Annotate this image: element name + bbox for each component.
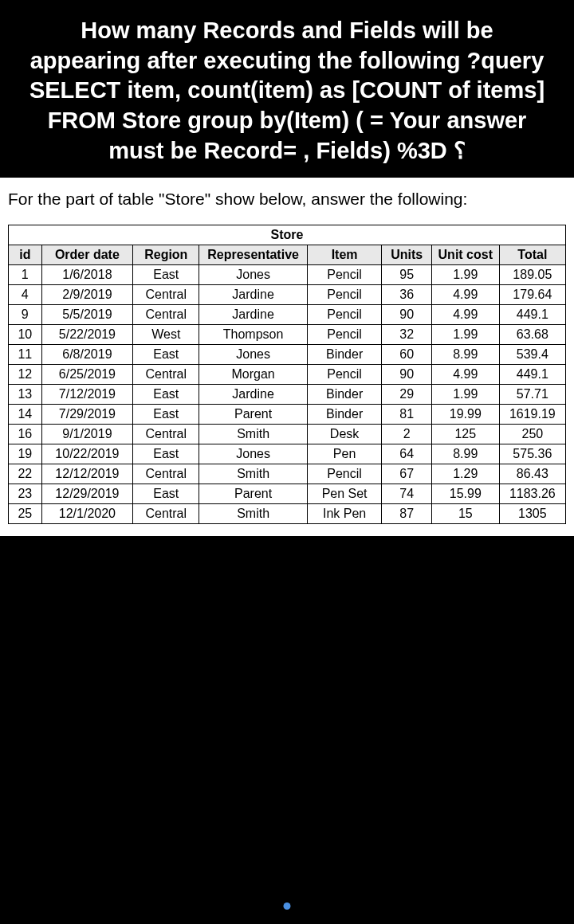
table-cell: East (133, 484, 199, 504)
table-cell: 1.29 (431, 464, 499, 484)
table-cell: 250 (499, 425, 565, 444)
table-cell: 22 (9, 464, 42, 484)
table-cell: Central (133, 285, 199, 305)
table-cell: 25 (9, 504, 42, 524)
table-cell: Ink Pen (307, 504, 382, 524)
table-cell: 2 (382, 425, 431, 444)
page-indicator-icon (284, 902, 291, 910)
instruction-text: For the part of table "Store" show below… (8, 186, 566, 225)
table-cell: 60 (382, 345, 431, 365)
table-cell: 1.99 (431, 325, 499, 345)
table-cell: Pencil (307, 305, 382, 325)
table-cell: Smith (199, 464, 307, 484)
table-cell: 12/1/2020 (41, 504, 133, 524)
table-cell: 539.4 (499, 345, 565, 365)
table-cell: 7/12/2019 (41, 385, 133, 405)
store-table: Store id Order date Region Representativ… (8, 225, 566, 524)
table-cell: Jones (199, 444, 307, 464)
table-cell: Pen (307, 444, 382, 464)
table-cell: Pen Set (307, 484, 382, 504)
table-header-row: id Order date Region Representative Item… (9, 245, 566, 265)
table-cell: Jardine (199, 305, 307, 325)
table-cell: 1/6/2018 (41, 265, 133, 285)
table-cell: East (133, 444, 199, 464)
header-item: Item (307, 245, 382, 265)
table-cell: Smith (199, 504, 307, 524)
table-cell: 29 (382, 385, 431, 405)
header-representative: Representative (199, 245, 307, 265)
table-cell: Jardine (199, 385, 307, 405)
table-cell: East (133, 385, 199, 405)
table-row: 11/6/2018EastJonesPencil951.99189.05 (9, 265, 566, 285)
table-cell: Pencil (307, 464, 382, 484)
table-cell: 1 (9, 265, 42, 285)
table-cell: 189.05 (499, 265, 565, 285)
table-row: 2512/1/2020CentralSmithInk Pen87151305 (9, 504, 566, 524)
table-row: 105/22/2019WestThompsonPencil321.9963.68 (9, 325, 566, 345)
table-body: 11/6/2018EastJonesPencil951.99189.0542/9… (9, 265, 566, 524)
table-cell: 15.99 (431, 484, 499, 504)
table-cell: 4.99 (431, 365, 499, 385)
table-cell: 13 (9, 385, 42, 405)
table-cell: 6/8/2019 (41, 345, 133, 365)
table-cell: 15 (431, 504, 499, 524)
table-cell: 12/29/2019 (41, 484, 133, 504)
table-row: 147/29/2019EastParentBinder8119.991619.1… (9, 405, 566, 425)
table-cell: 12/12/2019 (41, 464, 133, 484)
table-cell: Central (133, 365, 199, 385)
header-id: id (9, 245, 42, 265)
table-cell: East (133, 345, 199, 365)
table-cell: Binder (307, 345, 382, 365)
header-units: Units (382, 245, 431, 265)
table-cell: Jones (199, 265, 307, 285)
table-cell: 36 (382, 285, 431, 305)
table-cell: 1305 (499, 504, 565, 524)
table-cell: 449.1 (499, 305, 565, 325)
table-cell: Pencil (307, 285, 382, 305)
table-cell: Pencil (307, 325, 382, 345)
table-cell: 19 (9, 444, 42, 464)
table-cell: Thompson (199, 325, 307, 345)
table-cell: 179.64 (499, 285, 565, 305)
table-cell: Parent (199, 405, 307, 425)
table-cell: Desk (307, 425, 382, 444)
table-row: 116/8/2019EastJonesBinder608.99539.4 (9, 345, 566, 365)
table-row: 2212/12/2019CentralSmithPencil671.2986.4… (9, 464, 566, 484)
table-cell: 14 (9, 405, 42, 425)
table-cell: Parent (199, 484, 307, 504)
table-cell: Pencil (307, 365, 382, 385)
table-cell: 449.1 (499, 365, 565, 385)
table-cell: 2/9/2019 (41, 285, 133, 305)
table-cell: 16 (9, 425, 42, 444)
table-cell: 81 (382, 405, 431, 425)
table-row: 95/5/2019CentralJardinePencil904.99449.1 (9, 305, 566, 325)
table-cell: 63.68 (499, 325, 565, 345)
table-row: 2312/29/2019EastParentPen Set7415.991183… (9, 484, 566, 504)
table-cell: 95 (382, 265, 431, 285)
table-cell: 1.99 (431, 385, 499, 405)
table-row: 42/9/2019CentralJardinePencil364.99179.6… (9, 285, 566, 305)
table-cell: 4.99 (431, 285, 499, 305)
table-cell: 74 (382, 484, 431, 504)
header-region: Region (133, 245, 199, 265)
table-row: 126/25/2019CentralMorganPencil904.99449.… (9, 365, 566, 385)
table-cell: 90 (382, 365, 431, 385)
table-cell: 9/1/2019 (41, 425, 133, 444)
table-cell: 9 (9, 305, 42, 325)
table-row: 1910/22/2019EastJonesPen648.99575.36 (9, 444, 566, 464)
table-cell: 10/22/2019 (41, 444, 133, 464)
table-cell: West (133, 325, 199, 345)
table-cell: Central (133, 425, 199, 444)
table-cell: 67 (382, 464, 431, 484)
table-cell: Central (133, 305, 199, 325)
header-order-date: Order date (41, 245, 133, 265)
table-cell: 11 (9, 345, 42, 365)
table-cell: 32 (382, 325, 431, 345)
table-cell: 1183.26 (499, 484, 565, 504)
table-title: Store (9, 225, 566, 245)
table-row: 169/1/2019CentralSmithDesk2125250 (9, 425, 566, 444)
header-total: Total (499, 245, 565, 265)
table-cell: Jardine (199, 285, 307, 305)
table-cell: 64 (382, 444, 431, 464)
table-cell: Morgan (199, 365, 307, 385)
